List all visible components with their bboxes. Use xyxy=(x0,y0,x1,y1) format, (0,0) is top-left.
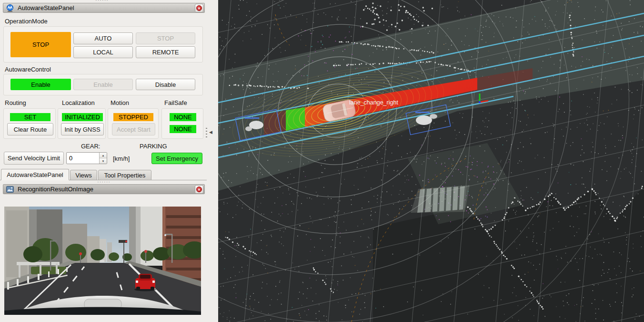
routing-heading: Routing xyxy=(5,99,26,106)
close-button[interactable]: ✕ xyxy=(195,4,203,12)
panel-title: AutowareStatePanel xyxy=(18,4,74,11)
velocity-limit-spinbox[interactable]: ▲ ▼ xyxy=(66,152,107,164)
failsafe-group: NONE NONE xyxy=(161,108,203,139)
rviz-window: ······ AutowareStatePanel ✕ OperationMod… xyxy=(0,0,644,322)
gear-value: PARKING xyxy=(140,143,167,150)
spin-down-icon[interactable]: ▼ xyxy=(100,158,107,164)
behavior-annotation-label: lane_change_right xyxy=(349,99,398,106)
clear-route-button[interactable]: Clear Route xyxy=(7,123,53,135)
send-velocity-limit-button[interactable]: Send Velocity Limit xyxy=(4,152,64,165)
velocity-unit-label: [km/h] xyxy=(113,155,130,162)
set-emergency-button[interactable]: Set Emergency xyxy=(151,153,202,164)
tab-views[interactable]: Views xyxy=(70,170,97,180)
recognition-panel-titlebar[interactable]: RecognitionResultOnImage ✕ xyxy=(3,184,205,194)
motion-heading: Motion xyxy=(111,99,129,106)
operation-mode-current-indicator: STOP xyxy=(10,32,71,57)
failsafe-heading: FailSafe xyxy=(164,99,187,106)
autoware-control-heading: AutowareControl xyxy=(5,66,51,73)
init-by-gnss-button[interactable]: Init by GNSS xyxy=(61,123,104,135)
left-dock-area: ······ AutowareStatePanel ✕ OperationMod… xyxy=(0,0,218,322)
local-button[interactable]: LOCAL xyxy=(73,46,133,58)
remote-button[interactable]: REMOTE xyxy=(136,46,195,58)
localization-heading: Localization xyxy=(62,99,95,106)
localization-group: INITIALIZED Init by GNSS xyxy=(58,108,106,139)
close-icon: ✕ xyxy=(196,5,202,11)
motion-group: STOPPED Accept Start xyxy=(108,108,159,139)
dock-handle-icon[interactable]: ······ xyxy=(97,180,111,183)
stop-button[interactable]: STOP xyxy=(136,32,195,44)
auto-button[interactable]: AUTO xyxy=(73,32,133,44)
tab-autoware-state-panel[interactable]: AutowareStatePanel xyxy=(1,169,69,180)
image-icon xyxy=(6,186,14,193)
failsafe-status-bottom-badge: NONE xyxy=(170,125,196,133)
velocity-limit-input[interactable] xyxy=(67,153,99,164)
crosswalk xyxy=(411,185,470,213)
autoware-control-group: Enable Enable Disable xyxy=(3,74,203,95)
close-icon: ✕ xyxy=(196,187,202,192)
gear-label: GEAR: xyxy=(81,143,100,150)
dock-handle-icon[interactable]: ······ xyxy=(95,0,109,1)
autoware-logo-icon xyxy=(6,4,14,12)
motion-status-badge: STOPPED xyxy=(113,113,153,121)
panel-title: RecognitionResultOnImage xyxy=(18,186,93,193)
routing-status-badge: SET xyxy=(10,113,50,121)
spin-up-icon[interactable]: ▲ xyxy=(100,153,107,158)
autoware-control-current-indicator: Enable xyxy=(10,79,71,90)
autoware-state-panel-titlebar[interactable]: AutowareStatePanel ✕ xyxy=(3,3,205,13)
accept-start-button[interactable]: Accept Start xyxy=(112,123,155,135)
enable-button[interactable]: Enable xyxy=(73,79,133,90)
operation-mode-group: STOP AUTO STOP LOCAL REMOTE xyxy=(3,26,203,62)
operation-mode-heading: OperationMode xyxy=(5,18,48,25)
failsafe-status-top-badge: NONE xyxy=(170,113,196,121)
close-button[interactable]: ✕ xyxy=(195,185,203,194)
routing-group: SET Clear Route xyxy=(3,108,56,139)
trajectory-start-segment xyxy=(286,107,305,131)
localization-status-badge: INITIALIZED xyxy=(62,113,103,121)
rviz-3d-viewport[interactable]: lane_change_right xyxy=(218,0,644,322)
recognition-camera-image xyxy=(4,207,201,315)
collapse-arrow-icon[interactable]: ◀ xyxy=(209,130,212,135)
spinbox-arrows[interactable]: ▲ ▼ xyxy=(99,153,107,164)
splitter-handle[interactable] xyxy=(206,128,207,139)
disable-button[interactable]: Disable xyxy=(136,79,195,90)
